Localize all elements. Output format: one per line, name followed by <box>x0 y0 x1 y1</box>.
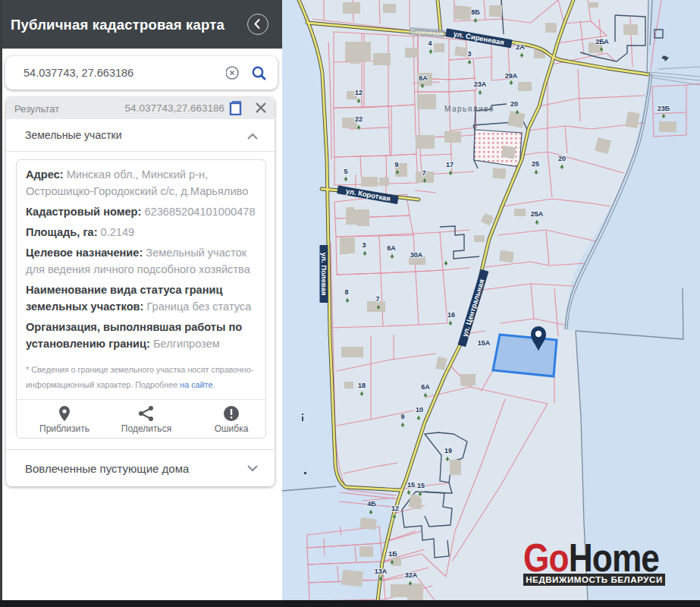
svg-text:9: 9 <box>394 161 398 168</box>
svg-text:2БА: 2БА <box>595 38 609 46</box>
svg-text:20: 20 <box>510 100 518 108</box>
svg-text:18: 18 <box>358 382 366 389</box>
svg-text:4: 4 <box>428 39 432 47</box>
svg-text:23А: 23А <box>474 80 487 88</box>
svg-text:8: 8 <box>344 288 348 296</box>
svg-text:12: 12 <box>391 505 399 512</box>
svg-text:7: 7 <box>375 295 379 303</box>
svg-text:15: 15 <box>407 481 415 489</box>
svg-text:4Б: 4Б <box>367 500 376 508</box>
svg-text:17: 17 <box>446 161 454 168</box>
svg-text:19: 19 <box>444 447 452 454</box>
svg-text:16: 16 <box>447 311 455 319</box>
svg-text:7: 7 <box>422 169 425 177</box>
svg-text:15А: 15А <box>478 339 491 347</box>
svg-text:13А: 13А <box>375 568 388 575</box>
svg-text:1Б: 1Б <box>388 550 397 558</box>
svg-text:ул. Полевая: ул. Полевая <box>320 253 328 296</box>
svg-text:6А: 6А <box>421 383 430 391</box>
svg-text:22: 22 <box>355 115 363 123</box>
svg-text:12: 12 <box>355 89 363 96</box>
svg-text:3: 3 <box>362 241 366 249</box>
svg-text:5: 5 <box>344 168 347 175</box>
svg-text:6А: 6А <box>419 74 428 82</box>
svg-text:9: 9 <box>400 413 404 420</box>
svg-text:2А: 2А <box>516 43 525 51</box>
svg-text:32А: 32А <box>405 571 418 579</box>
svg-text:8Б: 8Б <box>471 8 480 16</box>
svg-text:29А: 29А <box>505 72 518 80</box>
svg-text:25А: 25А <box>531 210 544 218</box>
svg-text:10: 10 <box>416 406 423 414</box>
svg-text:Марьяливо: Марьяливо <box>444 105 494 113</box>
svg-text:25: 25 <box>532 160 539 168</box>
svg-text:23Б: 23Б <box>658 105 670 112</box>
svg-text:30А: 30А <box>410 251 423 259</box>
svg-text:20: 20 <box>558 155 566 162</box>
svg-text:15: 15 <box>417 482 425 489</box>
svg-text:3: 3 <box>467 50 471 58</box>
svg-text:6А: 6А <box>387 244 396 252</box>
